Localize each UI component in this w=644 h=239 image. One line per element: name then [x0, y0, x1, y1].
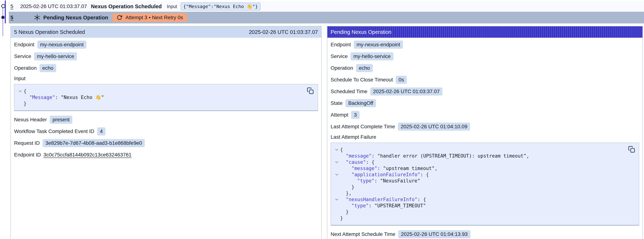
json-line: "type": "NexusFailure": [333, 178, 626, 184]
field-value-chip: 2025-02-26 UTC 01:03:37.07: [370, 88, 442, 96]
field-label: Operation: [14, 65, 36, 71]
field-next-attempt-schedule-time: Next Attempt Schedule Time2025-02-26 UTC…: [330, 230, 639, 238]
json-line: }: [333, 209, 626, 215]
panel-title: 5 Nexus Operation Scheduled: [14, 29, 85, 35]
timeline-dashed-line: [2, 8, 3, 36]
field-value-chip: echo: [40, 64, 56, 72]
field-value-chip: present: [50, 116, 72, 124]
json-line-text: "applicationFailureInfo": {: [340, 172, 429, 177]
asterisk-pending-icon: [34, 14, 40, 21]
retry-icon: [116, 15, 122, 20]
field-workflow-task-completed-event-id: Workflow Task Completed Event ID4: [14, 127, 318, 136]
field-service: Servicemy-hello-service: [14, 52, 318, 60]
field-label: Workflow Task Completed Event ID: [14, 128, 94, 134]
panel-header-striped: Pending Nexus Operation: [327, 26, 642, 38]
field-label: Endpoint: [330, 42, 351, 48]
json-viewer-last-attempt-failure: {"message": "handler error (UPSTREAM_TIM…: [330, 142, 639, 226]
field-value-chip: 0s: [396, 76, 407, 84]
field-label: Attempt: [330, 112, 348, 118]
event-id-link[interactable]: 5: [10, 4, 13, 9]
json-line-text: {: [24, 88, 26, 94]
event-row-scheduled[interactable]: 5 2025-02-26 UTC 01:03:37.07 Nexus Opera…: [9, 1, 644, 12]
chevron-down-icon[interactable]: [333, 161, 340, 163]
json-line: "cause": {: [333, 159, 626, 165]
json-line: "type": "UPSTREAM_TIMEOUT": [333, 202, 626, 209]
json-line-text: "Message": "Nexus Echo 👋": [24, 94, 104, 100]
panel-title: Pending Nexus Operation: [330, 29, 392, 35]
field-label-input: Input: [14, 76, 318, 82]
panel-fields: Endpointmy-nexus-endpointServicemy-hello…: [11, 38, 321, 164]
copy-button[interactable]: [628, 146, 636, 154]
field-label: Endpoint: [14, 42, 34, 48]
retry-status-badge: Attempt 3 • Next Retry 0s: [112, 13, 187, 22]
json-line: }: [333, 215, 626, 221]
event-id-link[interactable]: 5: [10, 15, 13, 20]
json-line-text: }: [340, 216, 343, 221]
field-value-chip: my-hello-service: [34, 52, 77, 60]
json-line-text: }: [24, 101, 26, 106]
field-label: Nexus Header: [14, 117, 47, 122]
panel-time: 2025-02-26 UTC 01:03:37.07: [249, 29, 318, 35]
event-row-pending[interactable]: 5 Pending Nexus Operation Attempt 3 • Ne…: [9, 12, 644, 24]
json-line-text: }: [340, 209, 349, 215]
field-attempt: Attempt3: [330, 111, 639, 119]
field-label: Operation: [330, 65, 353, 71]
chevron-down-icon[interactable]: [17, 90, 24, 92]
field-value-chip: echo: [356, 64, 373, 72]
json-line-text: }: [340, 184, 354, 190]
field-schedule-to-close-timeout: Schedule To Close Timeout0s: [330, 76, 639, 84]
field-label: Next Attempt Schedule Time: [330, 231, 395, 237]
field-label: Service: [14, 54, 31, 59]
field-state: StateBackingOff: [330, 99, 639, 108]
timeline-active-bar: [5, 0, 6, 24]
json-line: "Message": "Nexus Echo 👋": [17, 94, 305, 100]
json-line-text: "message": "upstream timeout",: [340, 166, 438, 171]
field-endpoint-id: Endpoint ID3c0c75ccfa8144b092c13ce632463…: [14, 150, 318, 159]
chevron-down-icon[interactable]: [333, 198, 340, 200]
input-label: Input: [167, 4, 177, 9]
pending-operation-panel: Pending Nexus Operation Endpointmy-nexus…: [327, 26, 643, 239]
chevron-down-icon[interactable]: [333, 174, 340, 176]
field-endpoint: Endpointmy-nexus-endpoint: [330, 40, 639, 49]
endpoint-id-link[interactable]: 3c0c75ccfa8144b092c13ce632463761: [44, 152, 132, 158]
json-line: }: [333, 184, 626, 190]
panel-header: 5 Nexus Operation Scheduled 2025-02-26 U…: [11, 26, 321, 38]
event-title: Nexus Operation Scheduled: [91, 4, 162, 10]
json-line-text: {: [340, 147, 343, 152]
field-nexus-header: Nexus Headerpresent: [14, 116, 318, 124]
field-label: Schedule To Close Timeout: [330, 77, 393, 83]
field-operation: Operationecho: [330, 64, 639, 72]
json-line: "message": "upstream timeout",: [333, 165, 626, 172]
copy-button[interactable]: [306, 87, 314, 95]
json-line: {: [17, 88, 305, 94]
field-label: Service: [330, 54, 348, 59]
input-value-chip: {"Message":"Nexus Echo 👋"}: [181, 2, 260, 10]
event-time: 2025-02-26 UTC 01:03:37.07: [20, 4, 87, 9]
field-value-chip: 3: [351, 111, 360, 119]
event-title: Pending Nexus Operation: [44, 15, 108, 21]
field-value-chip: my-nexus-endpoint: [354, 41, 403, 49]
json-line: },: [333, 190, 626, 196]
chevron-down-icon[interactable]: [333, 148, 340, 151]
json-line: "nexusHandlerFailureInfo": {: [333, 196, 626, 202]
field-service: Servicemy-hello-service: [330, 52, 639, 60]
field-value-chip: BackingOff: [346, 99, 376, 107]
field-value-chip: 2025-02-26 UTC 01:04:13.93: [398, 230, 470, 238]
json-line: {: [333, 146, 626, 153]
timeline-node-filled-icon: [1, 16, 5, 19]
scheduled-event-panel: 5 Nexus Operation Scheduled 2025-02-26 U…: [10, 26, 322, 239]
field-label-last-attempt-failure: Last Attempt Failure: [330, 134, 639, 140]
field-last-attempt-complete-time: Last Attempt Complete Time2025-02-26 UTC…: [330, 122, 639, 131]
json-line-text: "type": "NexusFailure": [340, 178, 420, 184]
copy-icon: [628, 146, 635, 153]
json-line-text: },: [340, 190, 352, 196]
json-line-text: "type": "UPSTREAM_TIMEOUT": [340, 203, 426, 208]
json-line-text: "message": "handler error (UPSTREAM_TIME…: [340, 153, 529, 159]
field-value-chip: 3e829b7e-7d67-4b08-aad3-b1e868bfe9e0: [43, 139, 145, 147]
copy-icon: [307, 87, 314, 95]
field-endpoint: Endpointmy-nexus-endpoint: [14, 40, 318, 49]
field-label: Scheduled Time: [330, 88, 368, 94]
field-label: Last Attempt Complete Time: [330, 124, 395, 130]
json-line: }: [17, 100, 305, 107]
field-value-chip: my-nexus-endpoint: [37, 41, 86, 49]
